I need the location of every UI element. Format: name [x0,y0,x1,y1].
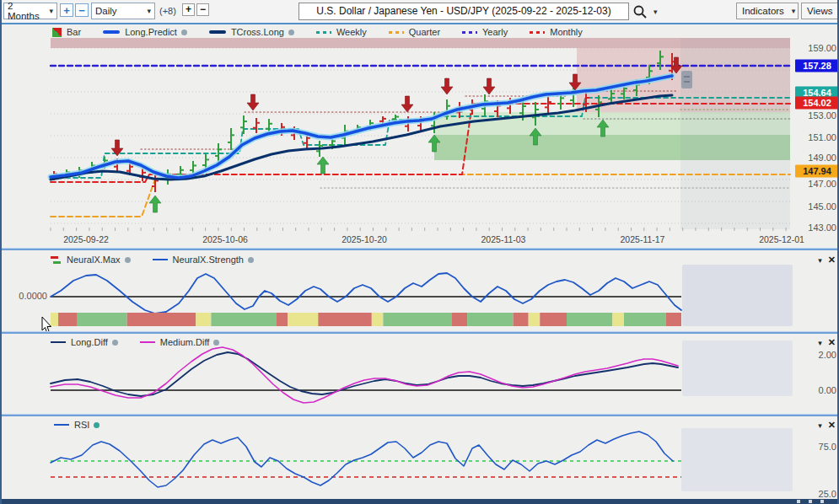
legend-swatch-icon [209,30,226,34]
quarter-line [51,174,790,217]
symbol-title-box[interactable]: U.S. Dollar / Japanese Yen - USD/JPY (20… [298,3,629,20]
svg-text:2025-09-22: 2025-09-22 [63,234,109,244]
neuralx-max-segment [78,313,127,326]
neuralx-max-segment [276,313,288,326]
collapse-panel-icon[interactable]: ▾ [818,421,822,430]
legend-swatch-icon [530,31,545,34]
close-panel-icon[interactable]: ✕ [828,420,836,431]
legend-item-medium-diff[interactable]: Medium.Diff [140,337,219,347]
info-dot-icon[interactable] [181,29,187,35]
panel-controls: ▾ ✕ [818,420,836,431]
search-icon[interactable] [632,4,648,19]
neuralx-max-segment [666,313,681,326]
legend-item-long-diff[interactable]: Long.Diff [51,337,118,347]
legend-item-long-predict[interactable]: Long.Predict [103,27,187,37]
symbol-title: U.S. Dollar / Japanese Yen - USD/JPY (20… [316,5,610,17]
rsi-chart[interactable]: 75.025.0 [2,416,839,499]
legend-swatch-icon [389,31,404,34]
close-panel-icon[interactable]: ✕ [828,337,836,348]
offset-decrease-button[interactable]: − [196,3,209,16]
indicators-button-label: Indicators [742,6,784,16]
period-select-value: 2 Months [8,1,46,21]
legend-item-tcross-long[interactable]: TCross.Long [209,27,294,37]
legend-label: Monthly [550,27,583,37]
diff-panel: 2.000.00 Long.DiffMedium.Diff ▾ ✕ [2,333,839,414]
svg-text:153.00: 153.00 [808,110,836,121]
rsi-legend: RSI [54,420,121,430]
layout-icon[interactable] [797,500,800,503]
info-dot-icon[interactable] [125,257,131,263]
legend-item-weekly[interactable]: Weekly [316,27,367,37]
period-increase-button[interactable]: + [60,3,73,17]
collapse-panel-icon[interactable]: ▾ [818,256,822,265]
svg-text:159.00: 159.00 [808,43,836,53]
legend-swatch-icon [140,341,155,344]
svg-text:151.00: 151.00 [808,132,836,142]
svg-text:2025-10-20: 2025-10-20 [342,234,387,244]
shaded-region [51,38,790,48]
legend-item-quarter[interactable]: Quarter [389,27,440,37]
legend-swatch-icon [54,424,69,426]
main-chart[interactable]: 2025-09-222025-10-062025-10-202025-11-03… [2,24,839,248]
search-chevron-icon[interactable]: ▾ [653,8,658,16]
legend-label: Quarter [409,27,440,37]
neuralx-max-segment [540,313,567,326]
layout-icon[interactable] [809,500,812,503]
main-chart-legend: BarLong.PredictTCross.LongWeeklyQuarterY… [52,27,605,37]
period-select[interactable]: 2 Months ▾ [3,3,57,19]
neuralx-max-segment [612,313,624,326]
panel-controls: ▾ ✕ [818,337,836,348]
neuralx-max-segment [211,313,276,326]
neuralx-max-segment [529,313,541,326]
neuralx-max-segment [567,313,612,326]
legend-swatch-icon [51,341,66,344]
neuralx-max-segment [624,313,666,326]
period-decrease-button[interactable]: − [75,3,89,17]
indicators-button[interactable]: Indicators ▾ [736,3,799,19]
info-dot-icon[interactable] [94,422,99,428]
rsi-panel: 75.025.0 RSI ▾ ✕ [2,416,839,499]
interval-select[interactable]: Daily ▾ [91,3,155,19]
collapse-panel-icon[interactable]: ▾ [818,339,822,347]
legend-label: NeuralX.Strength [173,255,244,265]
info-dot-icon[interactable] [213,340,219,346]
up-arrow-icon [149,196,161,212]
legend-label: Long.Predict [125,27,177,37]
chevron-down-icon: ▾ [792,7,796,15]
svg-text:154.64: 154.64 [803,88,832,98]
legend-label: NeuralX.Max [67,255,121,265]
legend-item-yearly[interactable]: Yearly [462,27,508,37]
legend-item-rsi[interactable]: RSI [54,420,99,430]
neuralx-max-segment [514,313,529,326]
info-dot-icon[interactable] [112,340,118,346]
close-panel-icon[interactable]: ✕ [828,255,836,265]
layout-icon[interactable] [820,500,824,503]
neuralx-max-segment [372,313,384,326]
info-dot-icon[interactable] [288,29,294,35]
legend-swatch-icon [103,30,120,34]
legend-label: Weekly [336,27,367,37]
svg-text:145.00: 145.00 [808,201,836,212]
info-dot-icon[interactable] [248,257,254,263]
legend-item-bar[interactable]: Bar [52,27,81,37]
svg-text:0.00: 0.00 [819,385,836,395]
chevron-down-icon: ▾ [49,7,53,15]
svg-text:2025-10-06: 2025-10-06 [202,234,248,244]
legend-swatch-icon [51,256,62,264]
down-arrow-icon [441,78,453,94]
panel-controls: ▾ ✕ [818,255,836,265]
legend-item-monthly[interactable]: Monthly [530,27,583,37]
legend-swatch-icon [462,31,477,34]
down-arrow-icon [401,96,413,112]
svg-text:75.0: 75.0 [819,442,836,452]
legend-label: TCross.Long [231,27,284,37]
offset-increase-button[interactable]: + [182,3,195,16]
legend-item-neuralx-strength[interactable]: NeuralX.Strength [153,255,254,265]
legend-item-neuralx-max[interactable]: NeuralX.Max [51,255,131,265]
svg-text:147.00: 147.00 [808,179,836,189]
views-button[interactable]: Views ▾ [801,3,839,19]
neuralx-max-segment [383,313,452,326]
toolbar: 2 Months ▾ + − Daily ▾ (+8) + − U.S. Dol… [2,0,837,24]
legend-label: RSI [74,420,89,430]
svg-text:2025-12-01: 2025-12-01 [759,234,804,244]
